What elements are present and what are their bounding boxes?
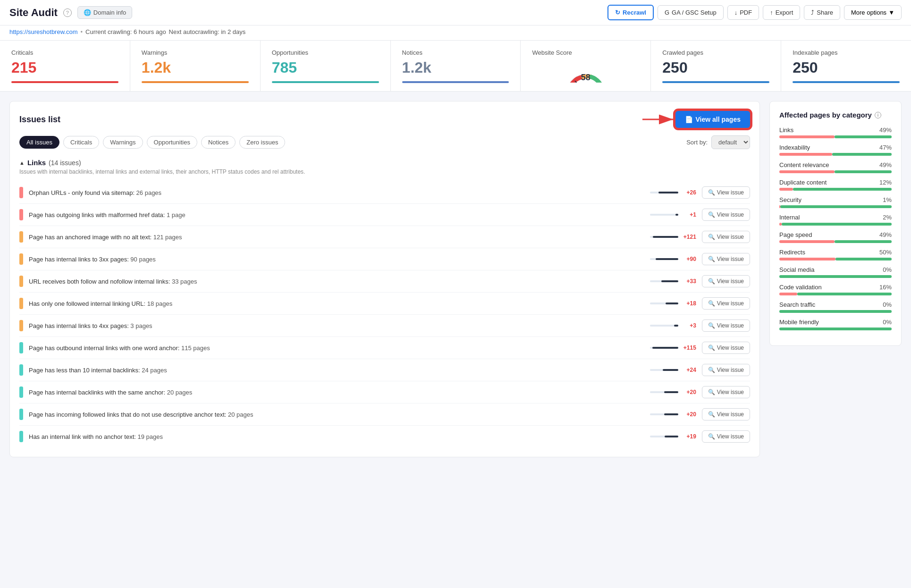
affected-row-header: Links 49%	[779, 126, 892, 134]
tab-opportunities[interactable]: Opportunities	[147, 136, 197, 149]
table-row: Page has outbound internal links with on…	[19, 337, 750, 359]
bar-track	[779, 275, 892, 278]
view-all-pages-button[interactable]: 📄 View all pages	[675, 111, 750, 128]
links-section-header: ▲ Links (14 issues)	[19, 159, 750, 167]
delta-value: +19	[682, 433, 696, 440]
delta-bar	[650, 192, 678, 193]
issue-delta: +3	[650, 322, 696, 329]
category-label: Page speed	[779, 231, 812, 238]
issue-text: Page has an anchored image with no alt t…	[29, 234, 650, 241]
notices-card[interactable]: Notices 1.2k	[391, 41, 521, 91]
site-url-link[interactable]: https://sureshotbrew.com	[9, 28, 78, 35]
delta-value: +20	[682, 411, 696, 418]
info-icon[interactable]: i	[875, 112, 881, 118]
bar-green	[779, 328, 892, 330]
search-icon: 🔍	[708, 300, 715, 307]
category-label: Mobile friendly	[779, 319, 819, 326]
search-icon: 🔍	[708, 211, 715, 218]
category-pct: 0%	[883, 301, 892, 308]
search-icon: 🔍	[708, 322, 715, 329]
issue-delta: +121	[650, 234, 696, 240]
delta-value: +90	[682, 256, 696, 262]
view-issue-button[interactable]: 🔍 View issue	[702, 386, 750, 398]
gauge-value: 58	[565, 73, 607, 83]
section-count: (14 issues)	[49, 159, 81, 167]
issue-indicator	[19, 342, 23, 353]
criticals-card[interactable]: Criticals 215	[0, 41, 130, 91]
ga-gsc-button[interactable]: G GA / GSC Setup	[658, 5, 724, 20]
view-issue-button[interactable]: 🔍 View issue	[702, 342, 750, 354]
view-issue-button[interactable]: 🔍 View issue	[702, 275, 750, 287]
issue-text: Page has internal backlinks with the sam…	[29, 389, 650, 396]
delta-value: +24	[682, 367, 696, 373]
opportunities-card[interactable]: Opportunities 785	[261, 41, 391, 91]
affected-pages-card: Affected pages by category i Links 49% I…	[769, 101, 902, 346]
view-issue-button[interactable]: 🔍 View issue	[702, 297, 750, 310]
issue-indicator	[19, 320, 23, 331]
tab-all-issues[interactable]: All issues	[19, 136, 59, 149]
tab-criticals[interactable]: Criticals	[63, 136, 99, 149]
table-row: Page has internal backlinks with the sam…	[19, 381, 750, 403]
delta-value: +121	[682, 234, 696, 240]
affected-row-header: Code validation 16%	[779, 284, 892, 291]
issue-text: Page has outbound internal links with on…	[29, 344, 650, 352]
view-issue-button[interactable]: 🔍 View issue	[702, 209, 750, 221]
list-item: Content relevance 49%	[779, 161, 892, 173]
ga-icon: G	[665, 9, 669, 16]
more-options-button[interactable]: More options ▼	[844, 5, 902, 20]
bar-green	[835, 170, 892, 173]
gauge-wrap: 58	[565, 59, 607, 83]
delta-bar	[650, 347, 678, 349]
issue-text: Page has internal links to 4xx pages: 3 …	[29, 322, 650, 329]
category-label: Security	[779, 196, 801, 203]
category-label: Social media	[779, 266, 814, 273]
view-issue-button[interactable]: 🔍 View issue	[702, 319, 750, 332]
issue-text: Orphan URLs - only found via sitemap: 26…	[29, 189, 650, 196]
view-issue-button[interactable]: 🔍 View issue	[702, 186, 750, 199]
warnings-bar	[142, 81, 249, 83]
view-issue-button[interactable]: 🔍 View issue	[702, 408, 750, 420]
list-item: Links 49%	[779, 126, 892, 138]
view-issue-button[interactable]: 🔍 View issue	[702, 430, 750, 443]
search-icon: 🔍	[708, 256, 715, 262]
bar-green	[782, 223, 892, 226]
bar-red	[779, 240, 835, 243]
indexable-pages-card[interactable]: Indexable pages 250	[781, 41, 911, 91]
recrawl-button[interactable]: ↻ Recrawl	[607, 5, 654, 20]
list-item: Mobile friendly 0%	[779, 319, 892, 330]
table-row: Orphan URLs - only found via sitemap: 26…	[19, 182, 750, 204]
sort-select[interactable]: default	[711, 135, 750, 149]
category-pct: 49%	[879, 231, 892, 238]
delta-bar-fill	[674, 325, 678, 327]
bar-green	[797, 293, 892, 295]
category-label: Redirects	[779, 249, 805, 256]
domain-info-button[interactable]: 🌐 Domain info	[77, 6, 132, 19]
delta-bar	[650, 369, 678, 371]
share-button[interactable]: ⤴ Share	[804, 5, 840, 20]
delta-bar-fill	[661, 280, 678, 282]
pdf-button[interactable]: ↓ PDF	[727, 5, 759, 20]
export-icon: ↑	[770, 9, 773, 16]
tab-zero-issues[interactable]: Zero issues	[239, 136, 285, 149]
tab-notices[interactable]: Notices	[201, 136, 236, 149]
search-icon: 🔍	[708, 344, 715, 351]
delta-bar	[650, 214, 678, 216]
help-icon[interactable]: ?	[63, 8, 72, 17]
crawled-pages-card[interactable]: Crawled pages 250	[651, 41, 781, 91]
view-issue-button[interactable]: 🔍 View issue	[702, 364, 750, 376]
tab-warnings[interactable]: Warnings	[103, 136, 143, 149]
view-issue-button[interactable]: 🔍 View issue	[702, 253, 750, 265]
opportunities-value: 785	[272, 59, 379, 76]
category-label: Indexability	[779, 144, 810, 151]
share-icon: ⤴	[811, 9, 814, 16]
page-title: Site Audit	[9, 7, 58, 19]
table-row: Page has an anchored image with no alt t…	[19, 226, 750, 248]
warnings-card[interactable]: Warnings 1.2k	[130, 41, 261, 91]
view-issue-button[interactable]: 🔍 View issue	[702, 231, 750, 243]
issue-delta: +24	[650, 367, 696, 373]
issue-delta: +26	[650, 189, 696, 196]
website-score-card[interactable]: Website Score 58	[521, 41, 651, 91]
search-icon: 🔍	[708, 367, 715, 373]
export-button[interactable]: ↑ Export	[763, 5, 800, 20]
section-chevron[interactable]: ▲	[19, 160, 25, 166]
